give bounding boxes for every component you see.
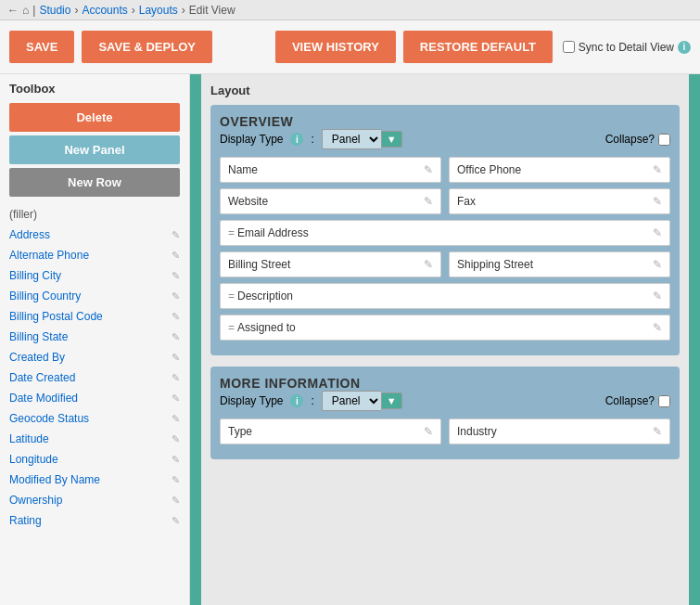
- field-edit-icon[interactable]: ✎: [653, 290, 662, 302]
- display-type-arrow[interactable]: ▼: [381, 131, 402, 148]
- new-panel-button[interactable]: New Panel: [9, 135, 180, 164]
- field-edit-icon[interactable]: ✎: [424, 425, 433, 438]
- drag-icon[interactable]: ✎: [172, 495, 180, 507]
- field-item[interactable]: Address✎: [4, 225, 185, 245]
- drag-icon[interactable]: ✎: [172, 290, 180, 302]
- drag-icon[interactable]: ✎: [172, 270, 180, 282]
- breadcrumb-accounts[interactable]: Accounts: [82, 4, 127, 17]
- display-type-select[interactable]: Panel: [322, 391, 381, 411]
- breadcrumb-layouts[interactable]: Layouts: [139, 4, 178, 17]
- drag-icon[interactable]: ✎: [172, 372, 180, 384]
- field-label: Office Phone: [457, 163, 521, 176]
- field-box[interactable]: Industry✎: [449, 418, 670, 444]
- field-item[interactable]: Latitude✎: [4, 429, 185, 449]
- field-item[interactable]: Rating✎: [4, 510, 185, 531]
- field-item[interactable]: (filler): [4, 204, 185, 225]
- sync-info-icon[interactable]: i: [678, 41, 691, 54]
- field-item[interactable]: Alternate Phone✎: [4, 245, 185, 265]
- field-item-label: (filler): [9, 208, 37, 221]
- field-label: Type: [228, 425, 252, 438]
- save-button[interactable]: SAVE: [9, 31, 74, 63]
- display-type-row: Display Type i : Panel ▼ Collapse?: [220, 391, 670, 411]
- save-deploy-button[interactable]: SAVE & DEPLOY: [82, 31, 212, 63]
- field-prefix-icon: =: [228, 290, 235, 302]
- drag-icon[interactable]: ✎: [172, 474, 180, 486]
- drag-icon[interactable]: ✎: [172, 331, 180, 343]
- field-box[interactable]: Fax✎: [449, 188, 670, 214]
- field-item-label: Address: [9, 228, 50, 241]
- fields-row: Billing Street✎Shipping Street✎: [220, 251, 670, 277]
- panel: OVERVIEW Display Type i : Panel ▼ Collap…: [210, 105, 680, 355]
- back-icon[interactable]: ←: [7, 4, 19, 17]
- field-item[interactable]: Billing State✎: [4, 327, 185, 347]
- field-label: Website: [228, 195, 268, 208]
- field-item[interactable]: Billing Postal Code✎: [4, 306, 185, 327]
- drag-icon[interactable]: ✎: [172, 515, 180, 527]
- field-list: (filler)Address✎Alternate Phone✎Billing …: [0, 204, 189, 531]
- field-item-label: Billing Country: [9, 290, 81, 302]
- drag-icon[interactable]: ✎: [172, 250, 180, 262]
- field-item[interactable]: Geocode Status✎: [4, 408, 185, 429]
- field-label: =Assigned to: [228, 321, 296, 334]
- field-prefix-icon: =: [228, 321, 235, 334]
- collapse-checkbox[interactable]: [658, 395, 670, 407]
- drag-icon[interactable]: ✎: [172, 413, 180, 425]
- sync-checkbox[interactable]: [563, 41, 575, 53]
- field-item[interactable]: Date Created✎: [4, 367, 185, 388]
- display-type-row: Display Type i : Panel ▼ Collapse?: [220, 129, 670, 149]
- breadcrumb-studio[interactable]: Studio: [39, 4, 70, 17]
- view-history-button[interactable]: VIEW HISTORY: [275, 31, 396, 63]
- field-label: Name: [228, 163, 258, 176]
- field-box[interactable]: Billing Street✎: [220, 251, 441, 277]
- drag-icon[interactable]: ✎: [172, 454, 180, 466]
- home-icon[interactable]: ⌂: [22, 4, 29, 17]
- field-box[interactable]: Shipping Street✎: [449, 251, 670, 277]
- display-type-info-icon[interactable]: i: [290, 394, 303, 407]
- collapse-checkbox[interactable]: [658, 134, 670, 146]
- field-edit-icon[interactable]: ✎: [653, 258, 662, 271]
- field-item[interactable]: Billing Country✎: [4, 286, 185, 306]
- collapse-label: Collapse?: [605, 394, 655, 407]
- field-box[interactable]: Website✎: [220, 188, 441, 214]
- drag-icon[interactable]: ✎: [172, 393, 180, 405]
- field-box[interactable]: Type✎: [220, 418, 441, 444]
- field-label: Industry: [457, 425, 497, 438]
- field-item[interactable]: Created By✎: [4, 347, 185, 367]
- field-box[interactable]: Name✎: [220, 157, 441, 183]
- field-label: =Description: [228, 290, 293, 302]
- field-item[interactable]: Billing City✎: [4, 265, 185, 286]
- display-type-select[interactable]: Panel: [322, 129, 381, 149]
- left-decorator: [190, 74, 201, 605]
- field-prefix-icon: =: [228, 226, 235, 239]
- drag-icon[interactable]: ✎: [172, 229, 180, 241]
- field-item[interactable]: Modified By Name✎: [4, 470, 185, 490]
- field-edit-icon[interactable]: ✎: [424, 195, 433, 208]
- breadcrumb-current: Edit View: [189, 4, 235, 17]
- new-row-button[interactable]: New Row: [9, 168, 180, 197]
- fields-row: Type✎Industry✎: [220, 418, 670, 444]
- drag-icon[interactable]: ✎: [172, 433, 180, 445]
- field-item-label: Alternate Phone: [9, 249, 89, 262]
- field-edit-icon[interactable]: ✎: [424, 163, 433, 176]
- drag-icon[interactable]: ✎: [172, 352, 180, 364]
- field-edit-icon[interactable]: ✎: [653, 163, 662, 176]
- display-type-arrow[interactable]: ▼: [381, 393, 402, 409]
- field-item-label: Created By: [9, 351, 65, 364]
- field-box[interactable]: =Description✎: [220, 283, 670, 309]
- field-item-label: Ownership: [9, 494, 62, 507]
- delete-button[interactable]: Delete: [9, 103, 180, 132]
- field-edit-icon[interactable]: ✎: [653, 195, 662, 208]
- field-edit-icon[interactable]: ✎: [653, 226, 662, 239]
- field-edit-icon[interactable]: ✎: [424, 258, 433, 271]
- restore-default-button[interactable]: RESTORE DEFAULT: [403, 31, 553, 63]
- field-item[interactable]: Longitude✎: [4, 449, 185, 470]
- display-type-info-icon[interactable]: i: [290, 133, 303, 146]
- field-box[interactable]: Office Phone✎: [449, 157, 670, 183]
- field-edit-icon[interactable]: ✎: [653, 321, 662, 334]
- field-item[interactable]: Ownership✎: [4, 490, 185, 510]
- field-box[interactable]: =Assigned to✎: [220, 315, 670, 341]
- field-item[interactable]: Date Modified✎: [4, 388, 185, 408]
- field-box[interactable]: =Email Address✎: [220, 220, 670, 246]
- drag-icon[interactable]: ✎: [172, 311, 180, 323]
- field-edit-icon[interactable]: ✎: [653, 425, 662, 438]
